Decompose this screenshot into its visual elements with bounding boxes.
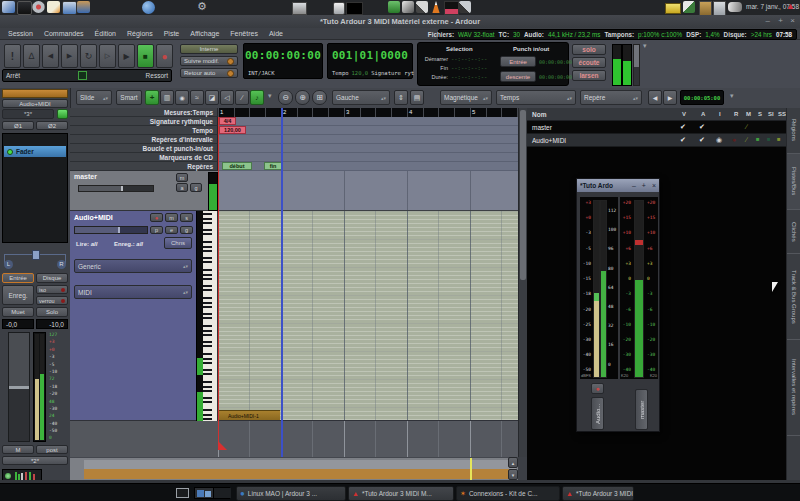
midi-track-name[interactable]: Audio+MIDI bbox=[74, 214, 113, 221]
midi-panic-button[interactable]: ! bbox=[4, 44, 21, 68]
transport-expand-chevron-icon[interactable]: ▾ bbox=[643, 42, 647, 50]
gain-display[interactable]: -0,0 bbox=[2, 319, 34, 329]
record-enable-button[interactable]: Enreg. bbox=[2, 285, 34, 305]
edit-point-dropdown[interactable]: Slide▴▾ bbox=[76, 90, 112, 105]
route-col-name[interactable]: Nom bbox=[532, 111, 546, 118]
meterbridge-master-name-button[interactable]: master bbox=[635, 389, 648, 430]
meter-point-button[interactable]: post bbox=[36, 445, 68, 454]
tempo-marker[interactable]: 120,00 bbox=[219, 126, 246, 134]
taskbar-item-browser[interactable]: ● Linux MAO | Ardour 3 ... bbox=[236, 486, 346, 501]
route-master-visible-check[interactable]: ✔ bbox=[680, 123, 686, 131]
minimize-button[interactable]: – bbox=[766, 16, 770, 25]
summary-strip[interactable] bbox=[70, 457, 518, 480]
workspace-2[interactable] bbox=[213, 488, 231, 498]
route-col-r[interactable]: R bbox=[734, 111, 738, 117]
processor-box[interactable]: Fader bbox=[2, 133, 68, 243]
window-app-icon[interactable] bbox=[292, 2, 307, 15]
midi-mute-button[interactable]: m bbox=[165, 213, 178, 222]
summary-playhead[interactable] bbox=[470, 458, 472, 481]
route-midi-input-icon[interactable]: ◉ bbox=[716, 136, 722, 144]
canvas-empty[interactable] bbox=[218, 421, 518, 457]
shuttle-control[interactable]: Arrêt Ressort bbox=[2, 69, 172, 82]
lightning-icon[interactable] bbox=[402, 1, 414, 13]
solo-lock-button[interactable]: verrou bbox=[36, 296, 68, 305]
solo-button[interactable]: Solo bbox=[36, 307, 68, 317]
taskbar-item-ardour2[interactable]: ▲ *Tuto Ardour 3 MIDI M... bbox=[562, 486, 634, 501]
pan-thumb[interactable] bbox=[32, 250, 40, 260]
meter-window-close[interactable]: × bbox=[652, 182, 656, 189]
tab-snapshots[interactable]: Clichés bbox=[787, 210, 800, 254]
master-fader-mini[interactable] bbox=[78, 185, 154, 192]
meterbridge-audiomidi-name-button[interactable]: Audio... bbox=[591, 397, 604, 430]
mail-icon[interactable] bbox=[665, 3, 681, 14]
monitor-input-button[interactable]: Entrée bbox=[2, 273, 34, 283]
nudge-clock[interactable]: 00:00:05:00 bbox=[680, 90, 724, 105]
terminal-icon[interactable] bbox=[17, 1, 32, 15]
tab-tracks-bus[interactable]: Pistes/Bus bbox=[787, 154, 800, 210]
zoom-focus-dropdown[interactable]: Gauche▴▾ bbox=[332, 90, 390, 105]
ruler-bars-row[interactable]: 1 2 3 4 5 bbox=[218, 108, 518, 117]
sync-source-button[interactable]: Interne bbox=[180, 44, 238, 54]
editor-vscrollbar[interactable] bbox=[518, 108, 527, 457]
midi-track-header[interactable]: Audio+MIDI ● m s p e g Lire: all Enreg.:… bbox=[70, 211, 196, 421]
ruler-loop-punch-row[interactable] bbox=[218, 144, 518, 153]
route-midi-solo-icon[interactable]: ■ bbox=[756, 136, 760, 142]
menu-fenetres[interactable]: Fenêtres bbox=[230, 30, 258, 37]
midi-edit-button[interactable]: e bbox=[165, 226, 178, 234]
midnam-mode-dropdown[interactable]: MIDI▴▾ bbox=[74, 285, 192, 299]
draw-pen-icon[interactable] bbox=[683, 1, 695, 13]
ruler-label-loop-punch[interactable]: Boucle et punch-in/out bbox=[70, 144, 218, 153]
midnam-device-dropdown[interactable]: Generic▴▾ bbox=[74, 259, 192, 273]
black-display-icon[interactable] bbox=[346, 2, 363, 15]
route-col-a[interactable]: A bbox=[701, 111, 705, 117]
midi-channels-button[interactable]: Chns bbox=[164, 237, 192, 249]
tool-audition-button[interactable]: ◁ bbox=[220, 90, 234, 105]
peak-display[interactable]: -10,0 bbox=[36, 319, 68, 329]
gears-icon[interactable]: ⚙ bbox=[197, 0, 207, 13]
recycle-bin-icon[interactable] bbox=[388, 1, 400, 13]
tool-range-button[interactable]: ▥ bbox=[160, 90, 174, 105]
master-track-name[interactable]: master bbox=[74, 173, 97, 180]
processor-led[interactable] bbox=[7, 149, 13, 155]
metronome-button[interactable]: ∆ bbox=[23, 44, 40, 68]
zoom-fit-button[interactable]: ⊞ bbox=[312, 90, 327, 105]
toolbar-chevron-icon[interactable]: ▾ bbox=[730, 92, 734, 100]
dark-box-app-icon[interactable] bbox=[444, 1, 459, 15]
meter-window-maximize[interactable]: + bbox=[642, 182, 646, 189]
ruler-label-cd-markers[interactable]: Marqueurs de CD bbox=[70, 153, 218, 162]
route-master-mute-icon[interactable]: ∕ bbox=[746, 123, 747, 130]
menu-session[interactable]: Session bbox=[8, 30, 33, 37]
menu-piste[interactable]: Piste bbox=[164, 30, 180, 37]
solo-iso-button[interactable]: iso bbox=[36, 285, 68, 294]
master-automation-button[interactable]: a bbox=[176, 183, 188, 192]
menu-affichage[interactable]: Affichage bbox=[190, 30, 219, 37]
solo-indicator-button[interactable]: solo bbox=[572, 44, 606, 55]
midi-solo-button[interactable]: s bbox=[180, 213, 193, 222]
nudge-back-button[interactable]: ◀ bbox=[648, 90, 662, 105]
tab-regions[interactable]: Régions bbox=[787, 108, 800, 154]
play-range-button[interactable]: ▷ bbox=[99, 44, 116, 68]
tool-internal-edit-button[interactable]: ♪ bbox=[250, 90, 264, 105]
meter-window-minimize[interactable]: – bbox=[632, 182, 636, 189]
play-button[interactable]: ▶ bbox=[118, 44, 135, 68]
midi-rec-button[interactable]: ● bbox=[150, 213, 163, 222]
tool-zoom-button[interactable]: ◉ bbox=[175, 90, 189, 105]
fit-tracks-button[interactable]: ▤ bbox=[410, 90, 424, 105]
session-start-triangle[interactable] bbox=[218, 441, 227, 450]
route-master-name[interactable]: master bbox=[532, 124, 552, 131]
show-desktop-button[interactable] bbox=[176, 488, 189, 498]
vlc-cone-icon[interactable] bbox=[430, 1, 442, 13]
ruler-label-meter[interactable]: Signature rythmique bbox=[70, 117, 218, 126]
maximize-button[interactable]: + bbox=[778, 16, 783, 25]
follow-edits-button[interactable]: Suivre modif. bbox=[180, 56, 238, 66]
close-button[interactable]: × bbox=[790, 16, 795, 25]
punch-in-button[interactable]: Entrée bbox=[500, 56, 536, 67]
processor-fader-entry[interactable]: Fader bbox=[4, 146, 66, 157]
ruler-label-ranges[interactable]: Repères d'intervalle bbox=[70, 135, 218, 144]
marker-end[interactable]: fin bbox=[264, 162, 282, 170]
tool-stretch-button[interactable]: ≈ bbox=[190, 90, 204, 105]
route-row-midi[interactable]: Audio+MIDI ✔ ✔ ◉ ● ∕ ■ ■ ■ bbox=[527, 134, 786, 147]
secondary-clock[interactable]: 001|01|0000 Tempo 120,0 Signature ryt bbox=[327, 43, 413, 79]
phase-invert-1-button[interactable]: Ø1 bbox=[2, 121, 34, 130]
route-midi-rec-icon[interactable]: ● bbox=[732, 136, 736, 143]
